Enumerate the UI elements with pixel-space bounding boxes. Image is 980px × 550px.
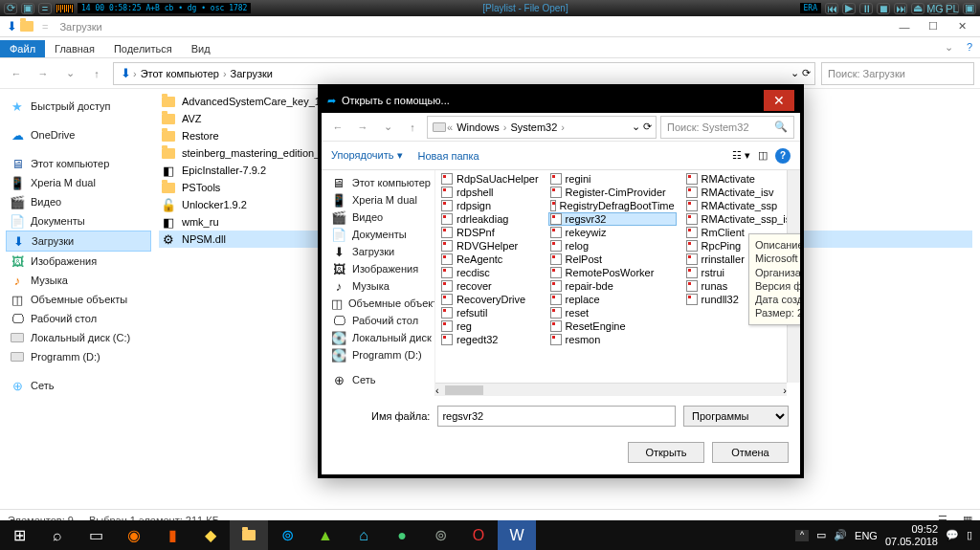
dialog-address-bar[interactable]: « Windows › System32 › ⌄⟳	[427, 116, 657, 139]
file-item[interactable]: RMActivate_isv	[684, 186, 798, 199]
ribbon-expand-icon[interactable]: ⌄	[938, 36, 959, 57]
view-icon[interactable]: ☷ ▾	[732, 149, 750, 162]
file-item[interactable]: ResetEngine	[548, 319, 677, 333]
sidebar-item-documents[interactable]: 📄Документы	[6, 211, 151, 231]
taskbar-app[interactable]: ◉	[115, 520, 153, 550]
wa-control-icon[interactable]: ⟳	[4, 3, 17, 14]
sidebar-item-quick-access[interactable]: ★Быстрый доступ	[6, 97, 151, 116]
tab-home[interactable]: Главная	[45, 40, 104, 57]
organize-button[interactable]: Упорядочить ▾	[331, 149, 403, 162]
dialog-close-button[interactable]: ✕	[764, 90, 794, 111]
refresh-icon[interactable]: ⟳	[802, 67, 811, 79]
taskbar-app-opera[interactable]: O	[459, 520, 498, 550]
sidebar-item-c-drive[interactable]: Локальный диск (C:)	[6, 328, 151, 347]
file-item[interactable]: rekeywiz	[548, 226, 677, 239]
filename-input[interactable]	[437, 406, 676, 427]
breadcrumb-item[interactable]: System32	[506, 121, 561, 133]
dialog-sidebar-item[interactable]: ⬇Загрузки	[322, 243, 434, 260]
file-item[interactable]: regsvr32	[548, 212, 677, 226]
maximize-button[interactable]: ☐	[919, 18, 947, 35]
dialog-sidebar-item[interactable]: 🖥Этот компьютер	[322, 174, 434, 191]
taskbar-app-explorer[interactable]	[230, 520, 268, 550]
new-folder-button[interactable]: Новая папка	[418, 150, 479, 162]
wa-pl-icon[interactable]: PL	[946, 3, 959, 14]
chevron-down-icon[interactable]: ⌄	[377, 117, 398, 138]
address-bar[interactable]: ⬇ › Этот компьютер › Загрузки ⌄ ⟳	[113, 62, 815, 85]
dialog-sidebar-item[interactable]: ⊕Сеть	[322, 371, 434, 388]
breadcrumb-item[interactable]: Windows	[453, 121, 503, 133]
dialog-sidebar-item[interactable]: 📄Документы	[322, 226, 434, 243]
file-item[interactable]: RelPost	[548, 253, 677, 266]
stop-icon[interactable]: ⏹	[877, 3, 890, 14]
volume-icon[interactable]: 🔊	[834, 529, 847, 541]
sidebar-item-d-drive[interactable]: Programm (D:)	[6, 347, 151, 366]
file-item[interactable]: replace	[548, 293, 677, 306]
nav-up-button[interactable]: ↑	[86, 63, 107, 84]
sidebar-item-images[interactable]: 🖼Изображения	[6, 252, 151, 271]
dialog-sidebar-item[interactable]: ◫Объемные объекты	[322, 295, 434, 312]
next-icon[interactable]: ⏭	[894, 3, 907, 14]
file-item[interactable]: RecoveryDrive	[439, 293, 541, 306]
open-button[interactable]: Открыть	[628, 442, 704, 463]
file-item[interactable]: regedt32	[439, 333, 541, 346]
minimize-all-icon[interactable]: ▯	[967, 529, 972, 541]
file-item[interactable]: RegistryDefragBootTime	[548, 199, 677, 212]
filetype-select[interactable]: Программы	[683, 406, 789, 427]
file-item[interactable]: RDVGHelper	[439, 239, 541, 253]
clock[interactable]: 09:52 07.05.2018	[885, 523, 938, 546]
file-item[interactable]: RMActivate_ssp	[684, 199, 798, 212]
sidebar-item-desktop[interactable]: 🖵Рабочий стол	[6, 309, 151, 328]
file-item[interactable]: RDSPnf	[439, 226, 541, 239]
sidebar-item-downloads[interactable]: ⬇Загрузки	[6, 231, 151, 252]
file-item[interactable]: recover	[439, 279, 541, 293]
sidebar-item-network[interactable]: ⊕Сеть	[6, 376, 151, 395]
file-item[interactable]: Register-CimProvider	[548, 186, 677, 199]
wa-mg-icon[interactable]: MG	[928, 3, 942, 14]
file-item[interactable]: ReAgentc	[439, 253, 541, 266]
nav-up-button[interactable]: ↑	[402, 117, 423, 138]
help-icon[interactable]: ?	[775, 148, 791, 164]
file-item[interactable]: refsutil	[439, 306, 541, 319]
file-item[interactable]: reset	[548, 306, 677, 319]
file-item[interactable]: regini	[548, 172, 677, 186]
file-item[interactable]: reg	[439, 319, 541, 333]
chevron-down-icon[interactable]: ⌄	[632, 121, 640, 133]
sidebar-item-music[interactable]: ♪Музыка	[6, 271, 151, 290]
dialog-sidebar-item[interactable]: 📱Xperia M dual	[322, 191, 434, 209]
sidebar-item-onedrive[interactable]: ☁OneDrive	[6, 125, 151, 144]
language-indicator[interactable]: ENG	[855, 530, 878, 541]
task-view-button[interactable]: ▭	[77, 520, 115, 550]
preview-pane-icon[interactable]: ◫	[758, 149, 768, 162]
dialog-search-input[interactable]: Поиск: System32🔍	[660, 116, 794, 139]
dialog-sidebar-item[interactable]: 💽Programm (D:)	[322, 346, 434, 363]
nav-back-button[interactable]: ←	[327, 117, 348, 138]
taskbar-app[interactable]: ⊚	[268, 520, 306, 550]
wa-control-icon[interactable]: ▣	[21, 3, 34, 14]
tab-share[interactable]: Поделиться	[104, 40, 182, 57]
taskbar-app[interactable]: ▲	[306, 520, 345, 550]
close-button[interactable]: ✕	[947, 18, 976, 35]
file-item[interactable]: RMActivate	[684, 172, 798, 186]
nav-forward-button[interactable]: →	[352, 117, 373, 138]
sidebar-item-this-pc[interactable]: 🖥Этот компьютер	[6, 154, 151, 173]
file-item[interactable]: RMActivate_ssp_isv	[684, 212, 798, 226]
file-item[interactable]: rdpsign	[439, 199, 541, 212]
taskbar-app[interactable]: ▮	[153, 520, 191, 550]
file-item[interactable]: rdpshell	[439, 186, 541, 199]
nav-forward-button[interactable]: →	[33, 63, 54, 84]
nav-back-button[interactable]: ←	[6, 63, 27, 84]
tray-overflow-icon[interactable]: ^	[795, 530, 809, 541]
wa-close-icon[interactable]: ▣	[963, 3, 976, 14]
minimize-button[interactable]: —	[890, 18, 919, 35]
notifications-icon[interactable]: 💬	[946, 529, 959, 541]
dialog-sidebar-item[interactable]: 🖼Изображения	[322, 260, 434, 277]
file-item[interactable]: relog	[548, 239, 677, 253]
pause-icon[interactable]: ⏸	[859, 3, 873, 14]
wa-control-icon[interactable]: =	[38, 3, 52, 14]
taskbar-app[interactable]: ◆	[191, 520, 230, 550]
horizontal-scrollbar[interactable]: ‹›	[435, 383, 787, 396]
file-item[interactable]: RdpSaUacHelper	[439, 172, 541, 186]
prev-icon[interactable]: ⏮	[825, 3, 838, 14]
play-icon[interactable]: ▶	[842, 3, 856, 14]
file-item[interactable]: rdrleakdiag	[439, 212, 541, 226]
